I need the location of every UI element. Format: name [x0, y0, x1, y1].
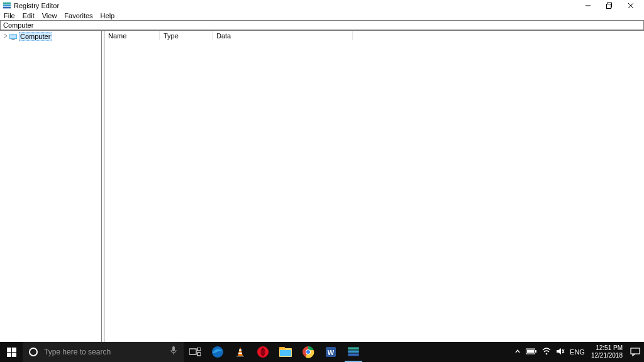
- taskbar-app-regedit[interactable]: [342, 342, 365, 362]
- svg-rect-15: [172, 346, 175, 351]
- window-controls: [577, 0, 641, 11]
- taskbar-app-vlc[interactable]: [229, 342, 252, 362]
- taskbar-search[interactable]: Type here to search: [23, 342, 184, 362]
- system-tray: ENG: [512, 342, 587, 362]
- svg-rect-5: [607, 4, 611, 9]
- svg-rect-2: [3, 7, 11, 9]
- address-input[interactable]: [1, 21, 643, 30]
- wifi-icon[interactable]: [542, 348, 551, 356]
- tray-overflow-icon[interactable]: [514, 348, 521, 356]
- svg-rect-45: [631, 348, 640, 354]
- svg-rect-24: [236, 356, 244, 357]
- column-header-data[interactable]: Data: [213, 31, 353, 40]
- svg-rect-36: [348, 351, 359, 353]
- volume-icon[interactable]: [556, 348, 565, 356]
- svg-rect-37: [348, 354, 359, 356]
- menu-favorites[interactable]: Favorites: [64, 12, 92, 19]
- svg-rect-1: [3, 4, 11, 6]
- taskbar-app-word[interactable]: W: [319, 342, 342, 362]
- taskbar-app-opera[interactable]: [252, 342, 274, 362]
- svg-rect-35: [348, 348, 359, 350]
- svg-rect-11: [7, 348, 11, 352]
- svg-point-26: [261, 348, 265, 356]
- svg-rect-39: [535, 350, 536, 353]
- tree-item-label: Computer: [19, 32, 52, 41]
- column-header-spacer: [353, 31, 644, 40]
- list-pane[interactable]: Name Type Data: [104, 31, 644, 342]
- column-header-type[interactable]: Type: [160, 31, 213, 40]
- taskbar-clock[interactable]: 12:51 PM 12/21/2018: [587, 342, 626, 362]
- svg-rect-18: [197, 348, 201, 351]
- regedit-icon: [3, 1, 11, 10]
- menu-edit[interactable]: Edit: [23, 12, 35, 19]
- mic-icon[interactable]: [170, 346, 177, 358]
- svg-rect-19: [197, 353, 201, 356]
- column-header-name[interactable]: Name: [104, 31, 160, 40]
- svg-rect-29: [280, 350, 291, 356]
- clock-time: 12:51 PM: [591, 344, 623, 352]
- svg-text:W: W: [328, 349, 335, 356]
- tree-item-computer[interactable]: Computer: [0, 32, 101, 41]
- svg-rect-10: [11, 39, 14, 40]
- start-button[interactable]: [0, 342, 23, 362]
- column-header-row: Name Type Data: [104, 31, 644, 40]
- svg-rect-40: [527, 350, 534, 353]
- svg-rect-17: [189, 349, 196, 354]
- taskbar: Type here to search W: [0, 342, 644, 362]
- titlebar: Registry Editor: [0, 0, 644, 11]
- tree-pane[interactable]: Computer: [0, 31, 102, 342]
- svg-rect-14: [12, 353, 16, 357]
- svg-marker-42: [557, 348, 561, 354]
- clock-date: 12/21/2018: [591, 352, 623, 359]
- maximize-button[interactable]: [599, 0, 620, 11]
- svg-rect-22: [239, 349, 242, 351]
- taskbar-app-chrome[interactable]: [297, 342, 319, 362]
- address-bar: [0, 20, 644, 30]
- battery-icon[interactable]: [526, 348, 537, 356]
- svg-point-32: [306, 350, 310, 354]
- svg-rect-28: [279, 347, 285, 349]
- minimize-button[interactable]: [577, 0, 599, 11]
- menu-view[interactable]: View: [42, 12, 57, 19]
- svg-rect-0: [3, 3, 11, 4]
- svg-rect-12: [12, 348, 16, 352]
- action-center-button[interactable]: [626, 342, 644, 362]
- svg-rect-23: [238, 353, 242, 354]
- menu-help[interactable]: Help: [101, 12, 115, 19]
- search-placeholder: Type here to search: [44, 348, 164, 356]
- svg-rect-9: [10, 35, 17, 38]
- taskbar-app-explorer[interactable]: [274, 342, 297, 362]
- task-view-button[interactable]: [184, 342, 206, 362]
- svg-rect-13: [7, 353, 11, 357]
- computer-icon: [9, 33, 19, 40]
- search-icon: [29, 348, 38, 356]
- svg-point-41: [546, 353, 548, 355]
- expand-icon[interactable]: [3, 33, 9, 40]
- menu-file[interactable]: File: [4, 12, 15, 19]
- close-button[interactable]: [620, 0, 641, 11]
- svg-marker-21: [238, 347, 243, 356]
- taskbar-app-edge[interactable]: [206, 342, 229, 362]
- language-indicator[interactable]: ENG: [570, 348, 585, 356]
- main-content: Computer Name Type Data: [0, 30, 644, 342]
- window-title: Registry Editor: [14, 2, 59, 9]
- menubar: File Edit View Favorites Help: [0, 11, 644, 20]
